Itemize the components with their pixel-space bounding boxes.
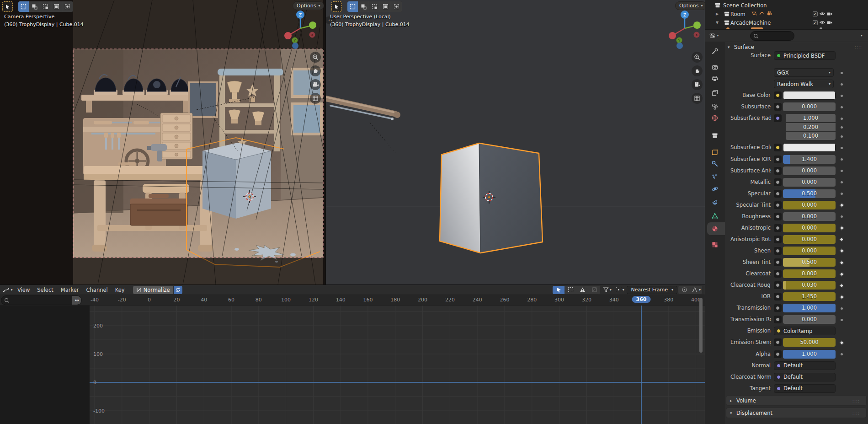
tab-collection[interactable] xyxy=(711,132,719,139)
current-frame-indicator[interactable]: 360 xyxy=(632,296,651,303)
trophy-display-cube[interactable] xyxy=(202,143,271,219)
value-slider[interactable]: 50.000 xyxy=(783,338,836,347)
select-box-subtract-button[interactable] xyxy=(40,1,51,12)
keyframe-decorator[interactable] xyxy=(839,291,844,302)
vector-value-field[interactable]: 0.100 xyxy=(786,132,836,140)
vector-value-field[interactable]: 1.000 xyxy=(786,114,836,122)
keyframe-decorator[interactable] xyxy=(839,223,844,234)
frame-ruler[interactable]: -40-200204060801001201401601802002202402… xyxy=(0,295,705,306)
menu-key[interactable]: Key xyxy=(112,287,128,293)
camera-view-icon[interactable] xyxy=(310,79,321,90)
tab-texture[interactable] xyxy=(711,241,719,248)
tab-particles[interactable] xyxy=(711,173,719,181)
zoom-icon[interactable] xyxy=(692,52,703,63)
node-socket-button[interactable] xyxy=(774,144,782,151)
node-socket-button[interactable] xyxy=(774,304,782,312)
viewport-camera[interactable]: Camera Perspective (360) TrophyDisplay |… xyxy=(0,0,325,284)
navigation-gizmo[interactable]: Z Y X xyxy=(281,8,322,54)
properties-search-box[interactable] xyxy=(750,31,794,41)
perspective-grid-icon[interactable] xyxy=(310,93,321,104)
render-visibility-toggle[interactable] xyxy=(826,11,833,17)
expand-arrow-icon[interactable]: ▸ xyxy=(751,328,752,333)
keyframe-decorator[interactable] xyxy=(839,188,844,199)
value-slider[interactable]: 0.000 xyxy=(783,235,836,244)
node-value-field[interactable]: Default xyxy=(774,373,836,381)
select-box-invert-button[interactable] xyxy=(51,1,62,12)
value-slider[interactable]: 1.400 xyxy=(783,155,836,164)
properties-search-input[interactable] xyxy=(759,33,794,39)
keyframe-decorator[interactable] xyxy=(839,177,844,188)
keyframe-decorator[interactable] xyxy=(839,280,844,291)
outliner-row[interactable]: Scene Collection xyxy=(705,1,868,10)
show-hidden-toggle[interactable] xyxy=(564,286,576,294)
node-socket-button[interactable] xyxy=(774,281,782,289)
graph-vertical-scrollbar[interactable] xyxy=(699,298,703,353)
enum-dropdown[interactable]: Random Walk▾ xyxy=(774,80,834,88)
select-box-set-button[interactable] xyxy=(18,1,29,12)
tab-view-layer[interactable] xyxy=(711,89,719,97)
node-socket-button[interactable] xyxy=(774,258,782,266)
value-slider[interactable]: 0.030 xyxy=(783,281,836,290)
select-box-extend-button[interactable] xyxy=(29,1,40,12)
keyframe-decorator[interactable] xyxy=(839,90,844,101)
node-socket-button[interactable] xyxy=(774,224,782,232)
node-socket-button[interactable] xyxy=(774,167,782,175)
camera-view-icon[interactable] xyxy=(692,79,703,90)
node-socket-button[interactable] xyxy=(774,178,782,186)
node-socket-button[interactable] xyxy=(774,103,782,111)
node-socket-button[interactable] xyxy=(774,201,782,209)
outliner-item-label[interactable]: Room xyxy=(730,11,746,17)
menu-select[interactable]: Select xyxy=(33,287,57,293)
select-box-set-button[interactable] xyxy=(347,1,358,12)
navigation-gizmo[interactable]: Z Y X xyxy=(666,8,705,54)
keyframe-decorator[interactable] xyxy=(839,131,844,142)
keyframe-decorator[interactable] xyxy=(839,211,844,222)
node-socket-button[interactable] xyxy=(774,350,782,358)
user-scene[interactable] xyxy=(326,0,705,284)
camera-scene[interactable] xyxy=(0,0,325,284)
displacement-panel-header[interactable]: ▾ Displacement :::: xyxy=(726,408,867,418)
menu-channel[interactable]: Channel xyxy=(83,287,112,293)
volume-panel-header[interactable]: ▸ Volume :::: xyxy=(726,395,867,406)
expander-icon[interactable]: ▶ xyxy=(716,12,719,16)
select-box-invert-button[interactable] xyxy=(380,1,391,12)
outliner-item-label[interactable]: Scene Collection xyxy=(723,2,767,9)
material-properties-panel[interactable]: ▾ Surface :::: SurfacePrincipled BSDFGGX… xyxy=(725,42,868,424)
select-box-subtract-button[interactable] xyxy=(369,1,380,12)
node-socket-button[interactable] xyxy=(774,91,782,99)
active-tool-tweak-button[interactable] xyxy=(331,1,342,12)
filter-button[interactable]: ▾ xyxy=(601,286,613,294)
value-slider[interactable]: 0.500 xyxy=(783,189,836,198)
checkbox-toggle[interactable]: ✓ xyxy=(812,11,818,17)
graph-plot-area[interactable]: 2001000-100 xyxy=(0,306,705,424)
outliner-row[interactable]: ▶Room4✓ xyxy=(705,10,868,18)
header-menu-chevron[interactable]: ▾ xyxy=(861,34,863,38)
tab-constraints[interactable] xyxy=(711,199,719,206)
keyframe-decorator[interactable] xyxy=(839,257,844,268)
keyframe-decorator[interactable] xyxy=(839,349,844,360)
value-slider[interactable]: 0.000 xyxy=(783,224,836,232)
keyframe-decorator[interactable] xyxy=(839,142,844,153)
proportional-edit-button[interactable]: ▾ xyxy=(614,286,626,294)
outliner-row[interactable]: ▼ArcadeMachine✓ xyxy=(705,18,868,27)
menu-view[interactable]: View xyxy=(14,287,33,293)
node-socket-button[interactable] xyxy=(774,213,782,220)
snap-mode-dropdown[interactable]: Nearest Frame▾ xyxy=(627,286,677,294)
keyframe-decorator[interactable] xyxy=(839,79,844,90)
vector-value-field[interactable]: 0.200 xyxy=(786,123,836,131)
channel-search-input[interactable] xyxy=(10,297,72,304)
keyframe-decorator[interactable] xyxy=(839,246,844,257)
value-slider[interactable]: 0.000 xyxy=(783,315,836,324)
show-errors-toggle[interactable] xyxy=(576,286,588,294)
select-box-extend-button[interactable] xyxy=(358,1,369,12)
node-value-field[interactable]: Principled BSDF xyxy=(774,51,836,60)
expander-icon[interactable]: ▼ xyxy=(716,21,719,25)
render-visibility-toggle[interactable] xyxy=(826,19,833,26)
value-slider[interactable]: 1.450 xyxy=(783,292,836,301)
node-socket-button[interactable] xyxy=(774,236,782,243)
menu-marker[interactable]: Marker xyxy=(57,287,83,293)
move-view-hand-icon[interactable] xyxy=(692,65,703,76)
expand-channels-icon[interactable]: ↔ xyxy=(72,296,81,305)
tab-material[interactable] xyxy=(711,225,719,232)
checkbox-toggle[interactable]: ✓ xyxy=(812,19,818,26)
